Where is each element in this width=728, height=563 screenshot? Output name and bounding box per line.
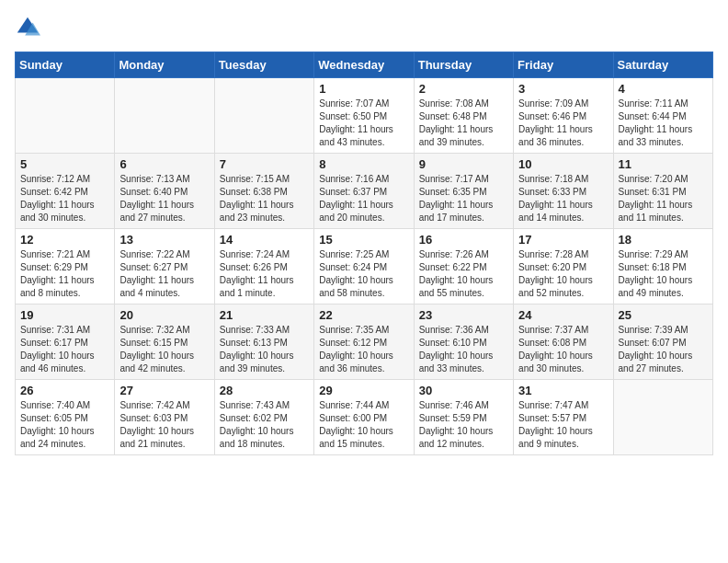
cell-info: Sunrise: 7:25 AM Sunset: 6:24 PM Dayligh… bbox=[319, 248, 408, 300]
day-number: 1 bbox=[319, 82, 408, 96]
day-number: 8 bbox=[319, 157, 408, 171]
day-number: 18 bbox=[619, 233, 708, 247]
calendar-cell: 3Sunrise: 7:09 AM Sunset: 6:46 PM Daylig… bbox=[514, 78, 613, 154]
calendar-cell: 21Sunrise: 7:33 AM Sunset: 6:13 PM Dayli… bbox=[214, 304, 313, 380]
calendar-cell: 31Sunrise: 7:47 AM Sunset: 5:57 PM Dayli… bbox=[514, 380, 613, 455]
calendar-table: SundayMondayTuesdayWednesdayThursdayFrid… bbox=[15, 52, 713, 455]
page-header bbox=[15, 15, 713, 40]
cell-info: Sunrise: 7:43 AM Sunset: 6:02 PM Dayligh… bbox=[220, 399, 309, 451]
cell-info: Sunrise: 7:20 AM Sunset: 6:31 PM Dayligh… bbox=[619, 173, 708, 224]
cell-info: Sunrise: 7:15 AM Sunset: 6:38 PM Dayligh… bbox=[220, 173, 309, 224]
col-header-wednesday: Wednesday bbox=[314, 52, 414, 78]
cell-info: Sunrise: 7:07 AM Sunset: 6:50 PM Dayligh… bbox=[319, 98, 408, 149]
cell-info: Sunrise: 7:28 AM Sunset: 6:20 PM Dayligh… bbox=[518, 248, 608, 300]
day-number: 29 bbox=[319, 384, 408, 397]
cell-info: Sunrise: 7:29 AM Sunset: 6:18 PM Dayligh… bbox=[619, 248, 708, 300]
calendar-header-row: SundayMondayTuesdayWednesdayThursdayFrid… bbox=[16, 52, 713, 78]
calendar-cell: 20Sunrise: 7:32 AM Sunset: 6:15 PM Dayli… bbox=[115, 304, 214, 380]
day-number: 16 bbox=[419, 233, 508, 247]
calendar-week-row: 19Sunrise: 7:31 AM Sunset: 6:17 PM Dayli… bbox=[16, 304, 713, 380]
day-number: 25 bbox=[619, 308, 708, 322]
cell-info: Sunrise: 7:36 AM Sunset: 6:10 PM Dayligh… bbox=[419, 324, 508, 375]
day-number: 6 bbox=[119, 157, 209, 171]
calendar-cell: 5Sunrise: 7:12 AM Sunset: 6:42 PM Daylig… bbox=[16, 154, 115, 229]
calendar-cell: 6Sunrise: 7:13 AM Sunset: 6:40 PM Daylig… bbox=[115, 154, 214, 229]
day-number: 27 bbox=[119, 384, 209, 397]
cell-info: Sunrise: 7:24 AM Sunset: 6:26 PM Dayligh… bbox=[220, 248, 309, 300]
calendar-cell: 18Sunrise: 7:29 AM Sunset: 6:18 PM Dayli… bbox=[613, 229, 712, 304]
day-number: 14 bbox=[220, 233, 309, 247]
calendar-cell bbox=[613, 380, 712, 455]
day-number: 20 bbox=[119, 308, 209, 322]
day-number: 2 bbox=[419, 82, 508, 96]
day-number: 28 bbox=[220, 384, 309, 397]
cell-info: Sunrise: 7:42 AM Sunset: 6:03 PM Dayligh… bbox=[119, 399, 209, 451]
day-number: 11 bbox=[619, 157, 708, 171]
cell-info: Sunrise: 7:09 AM Sunset: 6:46 PM Dayligh… bbox=[518, 98, 608, 149]
col-header-thursday: Thursday bbox=[414, 52, 513, 78]
calendar-cell: 28Sunrise: 7:43 AM Sunset: 6:02 PM Dayli… bbox=[214, 380, 313, 455]
calendar-week-row: 1Sunrise: 7:07 AM Sunset: 6:50 PM Daylig… bbox=[16, 78, 713, 154]
cell-info: Sunrise: 7:17 AM Sunset: 6:35 PM Dayligh… bbox=[419, 173, 508, 224]
calendar-cell: 1Sunrise: 7:07 AM Sunset: 6:50 PM Daylig… bbox=[314, 78, 414, 154]
cell-info: Sunrise: 7:32 AM Sunset: 6:15 PM Dayligh… bbox=[119, 324, 209, 375]
cell-info: Sunrise: 7:31 AM Sunset: 6:17 PM Dayligh… bbox=[20, 324, 109, 375]
calendar-cell: 8Sunrise: 7:16 AM Sunset: 6:37 PM Daylig… bbox=[314, 154, 414, 229]
calendar-cell: 17Sunrise: 7:28 AM Sunset: 6:20 PM Dayli… bbox=[514, 229, 613, 304]
calendar-cell: 25Sunrise: 7:39 AM Sunset: 6:07 PM Dayli… bbox=[613, 304, 712, 380]
day-number: 15 bbox=[319, 233, 408, 247]
col-header-saturday: Saturday bbox=[613, 52, 712, 78]
calendar-cell: 23Sunrise: 7:36 AM Sunset: 6:10 PM Dayli… bbox=[414, 304, 513, 380]
day-number: 7 bbox=[220, 157, 309, 171]
col-header-monday: Monday bbox=[115, 52, 214, 78]
day-number: 26 bbox=[20, 384, 109, 397]
cell-info: Sunrise: 7:40 AM Sunset: 6:05 PM Dayligh… bbox=[20, 399, 109, 451]
calendar-cell bbox=[214, 78, 313, 154]
cell-info: Sunrise: 7:37 AM Sunset: 6:08 PM Dayligh… bbox=[518, 324, 608, 375]
calendar-cell: 2Sunrise: 7:08 AM Sunset: 6:48 PM Daylig… bbox=[414, 78, 513, 154]
cell-info: Sunrise: 7:08 AM Sunset: 6:48 PM Dayligh… bbox=[419, 98, 508, 149]
calendar-cell: 12Sunrise: 7:21 AM Sunset: 6:29 PM Dayli… bbox=[16, 229, 115, 304]
cell-info: Sunrise: 7:39 AM Sunset: 6:07 PM Dayligh… bbox=[619, 324, 708, 375]
day-number: 31 bbox=[518, 384, 608, 397]
calendar-cell: 26Sunrise: 7:40 AM Sunset: 6:05 PM Dayli… bbox=[16, 380, 115, 455]
col-header-sunday: Sunday bbox=[16, 52, 115, 78]
calendar-cell: 10Sunrise: 7:18 AM Sunset: 6:33 PM Dayli… bbox=[514, 154, 613, 229]
calendar-cell: 7Sunrise: 7:15 AM Sunset: 6:38 PM Daylig… bbox=[214, 154, 313, 229]
col-header-friday: Friday bbox=[514, 52, 613, 78]
logo bbox=[15, 15, 44, 40]
calendar-cell: 24Sunrise: 7:37 AM Sunset: 6:08 PM Dayli… bbox=[514, 304, 613, 380]
cell-info: Sunrise: 7:21 AM Sunset: 6:29 PM Dayligh… bbox=[20, 248, 109, 300]
calendar-cell: 9Sunrise: 7:17 AM Sunset: 6:35 PM Daylig… bbox=[414, 154, 513, 229]
day-number: 19 bbox=[20, 308, 109, 322]
day-number: 13 bbox=[119, 233, 209, 247]
col-header-tuesday: Tuesday bbox=[214, 52, 313, 78]
calendar-cell: 15Sunrise: 7:25 AM Sunset: 6:24 PM Dayli… bbox=[314, 229, 414, 304]
calendar-cell: 11Sunrise: 7:20 AM Sunset: 6:31 PM Dayli… bbox=[613, 154, 712, 229]
day-number: 9 bbox=[419, 157, 508, 171]
cell-info: Sunrise: 7:16 AM Sunset: 6:37 PM Dayligh… bbox=[319, 173, 408, 224]
cell-info: Sunrise: 7:26 AM Sunset: 6:22 PM Dayligh… bbox=[419, 248, 508, 300]
day-number: 3 bbox=[518, 82, 608, 96]
calendar-week-row: 12Sunrise: 7:21 AM Sunset: 6:29 PM Dayli… bbox=[16, 229, 713, 304]
calendar-cell: 30Sunrise: 7:46 AM Sunset: 5:59 PM Dayli… bbox=[414, 380, 513, 455]
cell-info: Sunrise: 7:12 AM Sunset: 6:42 PM Dayligh… bbox=[20, 173, 109, 224]
day-number: 10 bbox=[518, 157, 608, 171]
calendar-week-row: 26Sunrise: 7:40 AM Sunset: 6:05 PM Dayli… bbox=[16, 380, 713, 455]
calendar-cell bbox=[115, 78, 214, 154]
calendar-cell: 19Sunrise: 7:31 AM Sunset: 6:17 PM Dayli… bbox=[16, 304, 115, 380]
day-number: 22 bbox=[319, 308, 408, 322]
day-number: 4 bbox=[619, 82, 708, 96]
cell-info: Sunrise: 7:35 AM Sunset: 6:12 PM Dayligh… bbox=[319, 324, 408, 375]
day-number: 5 bbox=[20, 157, 109, 171]
day-number: 24 bbox=[518, 308, 608, 322]
cell-info: Sunrise: 7:44 AM Sunset: 6:00 PM Dayligh… bbox=[319, 399, 408, 451]
calendar-cell: 27Sunrise: 7:42 AM Sunset: 6:03 PM Dayli… bbox=[115, 380, 214, 455]
cell-info: Sunrise: 7:11 AM Sunset: 6:44 PM Dayligh… bbox=[619, 98, 708, 149]
cell-info: Sunrise: 7:47 AM Sunset: 5:57 PM Dayligh… bbox=[518, 399, 608, 451]
day-number: 23 bbox=[419, 308, 508, 322]
calendar-cell: 22Sunrise: 7:35 AM Sunset: 6:12 PM Dayli… bbox=[314, 304, 414, 380]
day-number: 12 bbox=[20, 233, 109, 247]
calendar-cell: 14Sunrise: 7:24 AM Sunset: 6:26 PM Dayli… bbox=[214, 229, 313, 304]
day-number: 21 bbox=[220, 308, 309, 322]
